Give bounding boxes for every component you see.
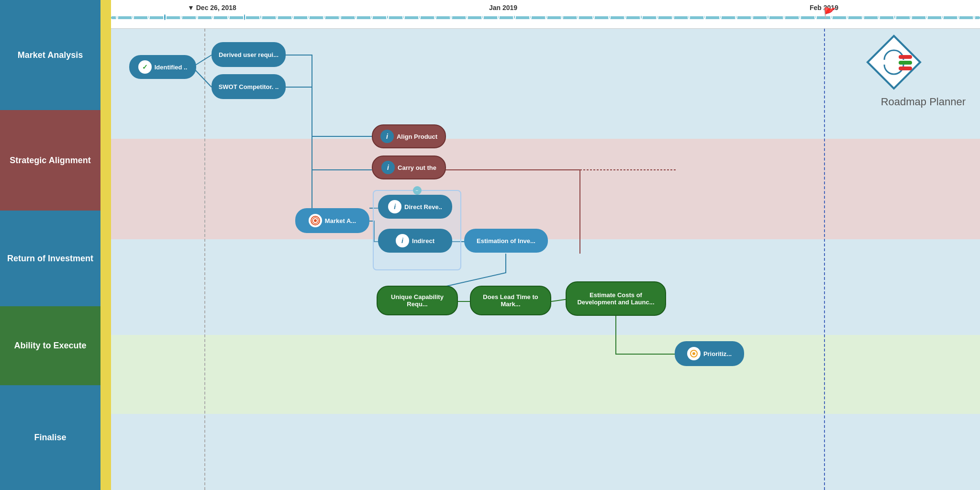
node-prioritiz[interactable]: Prioritiz... [675,341,744,366]
svg-rect-14 [899,61,912,65]
node-estimation[interactable]: Estimation of Inve... [464,229,548,253]
flag-icon: 🚩 [823,7,836,20]
svg-marker-12 [868,36,920,89]
node-identified[interactable]: ✓ Identified .. [129,55,196,79]
yellow-divider [100,0,111,490]
timeline-header: ▼ Dec 26, 2018 Jan 2019 Feb 2019 [111,0,980,29]
timeline-date-dec: ▼ Dec 26, 2018 [188,4,236,11]
roadmap-label: Roadmap Planner [881,96,966,108]
svg-point-11 [692,352,695,355]
node-market-a[interactable]: Market A... [295,208,369,233]
node-unique-cap[interactable]: Unique Capability Requ... [377,286,458,315]
info-icon-align: i [380,130,394,143]
node-align-product[interactable]: i Align Product [372,124,446,148]
info-icon-direct: i [388,200,401,213]
node-indirect[interactable]: i Indirect [378,229,452,253]
content-area: ▼ Dec 26, 2018 Jan 2019 Feb 2019 [111,0,980,490]
gear-icon [687,347,701,360]
row-ability [111,335,980,414]
date-line-dec [204,29,205,490]
svg-rect-15 [899,67,912,70]
sidebar-item-finalise: Finalise [0,385,100,490]
info-icon-indirect: i [396,234,409,247]
node-derived-user[interactable]: Derived user requi... [212,42,286,67]
info-icon-carry: i [381,161,395,174]
svg-rect-13 [899,55,912,59]
node-swot[interactable]: SWOT Competitor. .. [212,74,286,99]
roadmap-icon [865,33,923,91]
sidebar: Market Analysis Strategic Alignment Retu… [0,0,100,490]
sidebar-item-market-analysis: Market Analysis [0,0,100,110]
node-does-lead[interactable]: Does Lead Time to Mark... [470,286,551,315]
node-estimate-costs[interactable]: Estimate Costs of Development and Launc.… [566,281,666,316]
timeline-date-jan: Jan 2019 [489,4,517,11]
check-icon: ✓ [138,60,152,74]
row-finalise [111,414,980,490]
row-strategic [111,139,980,239]
sidebar-item-roi: Return of Investment [0,211,100,306]
main-container: Market Analysis Strategic Alignment Retu… [0,0,980,490]
date-line-feb [824,29,825,490]
collapse-icon[interactable]: − [413,186,422,195]
target-icon [309,214,322,227]
sidebar-item-strategic-alignment: Strategic Alignment [0,110,100,211]
sidebar-item-ability: Ability to Execute [0,306,100,385]
node-direct-reve[interactable]: i Direct Reve.. [378,195,452,219]
svg-point-9 [314,219,317,222]
node-carry-out[interactable]: i Carry out the [372,156,446,179]
